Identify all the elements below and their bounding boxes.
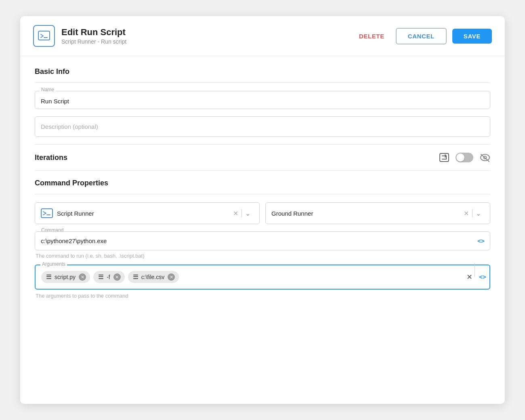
ground-runner-dropdown-controls: ✕ ⌄ — [460, 209, 484, 217]
hide-icon-button[interactable] — [480, 153, 490, 162]
description-field: Description (optional) — [35, 116, 490, 137]
iterations-divider — [35, 144, 490, 145]
page-title: Edit Run Script — [61, 27, 353, 38]
chip-lines-icon-2: ☰ — [133, 273, 138, 281]
arguments-clear-icon[interactable]: ✕ — [466, 273, 472, 281]
ground-runner-dropdown-arrow[interactable]: ⌄ — [472, 210, 484, 217]
name-field: Name — [35, 91, 490, 109]
repeat-icon — [439, 153, 449, 162]
cancel-button[interactable]: CANCEL — [396, 28, 447, 44]
command-code-icon[interactable]: <> — [477, 237, 485, 245]
ground-runner-dropdown-label: Ground Runner — [271, 210, 313, 217]
svg-rect-2 — [440, 153, 449, 162]
basic-info-divider — [35, 82, 490, 83]
header-title-block: Edit Run Script Script Runner - Run scri… — [61, 27, 353, 45]
page-subtitle: Script Runner - Run script — [61, 38, 353, 45]
command-properties-label: Command Properties — [35, 179, 490, 187]
script-runner-clear-icon[interactable]: ✕ — [230, 210, 242, 217]
command-input[interactable] — [35, 231, 490, 250]
chip-lines-icon-1: ☰ — [98, 273, 103, 281]
svg-rect-0 — [38, 31, 50, 40]
save-button[interactable]: SAVE — [452, 29, 492, 44]
description-input[interactable]: Description (optional) — [35, 116, 490, 137]
delete-button[interactable]: DELETE — [353, 29, 390, 43]
arguments-label: Arguments — [40, 261, 67, 267]
iterations-row: Iterations — [35, 153, 490, 166]
script-runner-dropdown-arrow[interactable]: ⌄ — [242, 210, 254, 217]
header-actions: DELETE CANCEL SAVE — [353, 28, 492, 44]
argument-chip-0: ☰ script.py ✕ — [41, 271, 90, 283]
arguments-field[interactable]: Arguments ☰ script.py ✕ ☰ -f ✕ ☰ c:\file… — [35, 265, 490, 290]
header-icon — [33, 25, 55, 47]
iterations-controls — [439, 153, 490, 162]
command-properties-divider — [35, 194, 490, 194]
command-properties-top-divider — [35, 170, 490, 171]
script-runner-dropdown[interactable]: Script Runner ✕ ⌄ — [35, 202, 260, 224]
chip-text-1: -f — [107, 274, 110, 280]
chip-lines-icon-0: ☰ — [46, 273, 51, 281]
chip-close-1[interactable]: ✕ — [113, 273, 121, 281]
dropdown-row: Script Runner ✕ ⌄ Ground Runner ✕ ⌄ — [35, 202, 490, 224]
script-runner-icon — [38, 29, 50, 42]
script-runner-dropdown-controls: ✕ ⌄ — [230, 209, 254, 217]
arguments-chips: ☰ script.py ✕ ☰ -f ✕ ☰ c:\file.csv ✕ — [41, 271, 469, 283]
script-runner-dropdown-icon — [41, 208, 53, 218]
svg-rect-6 — [41, 209, 52, 218]
iterations-label: Iterations — [35, 153, 67, 162]
repeat-icon-button[interactable] — [439, 153, 449, 162]
ground-runner-clear-icon[interactable]: ✕ — [460, 210, 472, 217]
hide-icon — [480, 153, 490, 162]
chip-text-0: script.py — [55, 274, 76, 280]
name-input[interactable] — [35, 91, 490, 109]
iterations-toggle[interactable] — [456, 153, 473, 162]
script-runner-dropdown-label: Script Runner — [57, 210, 94, 217]
args-separator — [475, 263, 475, 277]
ground-runner-dropdown-left: Ground Runner — [271, 210, 313, 217]
command-field: Command <> — [35, 231, 490, 250]
toggle-knob — [456, 153, 464, 162]
ground-runner-dropdown[interactable]: Ground Runner ✕ ⌄ — [265, 202, 490, 224]
arguments-hint: The arguments to pass to the command — [35, 293, 490, 299]
modal-container: Edit Run Script Script Runner - Run scri… — [20, 16, 505, 404]
command-hint: The command to run (i.e. sh, bash, .\scr… — [35, 253, 490, 259]
modal-header: Edit Run Script Script Runner - Run scri… — [20, 16, 505, 56]
script-runner-dropdown-left: Script Runner — [41, 208, 94, 218]
arguments-code-icon[interactable]: <> — [479, 273, 486, 281]
modal-content: Basic Info Name Description (optional) I… — [20, 56, 505, 404]
chip-text-2: c:\file.csv — [141, 274, 165, 280]
argument-chip-1: ☰ -f ✕ — [93, 271, 125, 283]
basic-info-label: Basic Info — [35, 67, 490, 76]
chip-close-2[interactable]: ✕ — [168, 273, 175, 281]
chip-close-0[interactable]: ✕ — [79, 273, 86, 281]
argument-chip-2: ☰ c:\file.csv ✕ — [128, 271, 179, 283]
name-label: Name — [40, 87, 56, 92]
